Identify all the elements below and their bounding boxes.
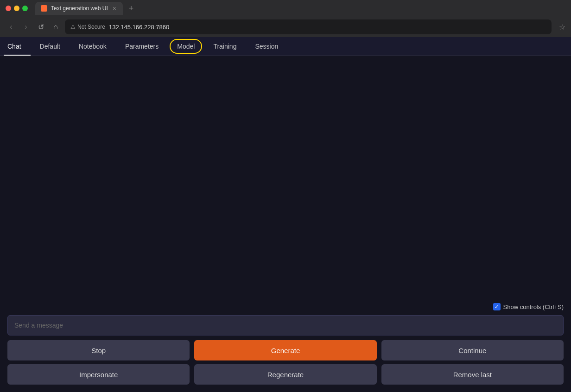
maximize-button[interactable]: [22, 6, 28, 11]
tab-title: Text generation web UI: [51, 5, 108, 12]
url-display: 132.145.166.228:7860: [109, 24, 169, 31]
tab-training[interactable]: Training: [204, 37, 246, 56]
tab-favicon: [41, 5, 47, 12]
browser-chrome: Text generation web UI × + ‹ › ↺ ⌂ ⚠ Not…: [0, 0, 571, 37]
main-content: ✓ Show controls (Ctrl+S) Stop Generate C…: [0, 56, 571, 392]
tab-default-label: Default: [40, 43, 60, 50]
tab-close-button[interactable]: ×: [112, 4, 117, 13]
address-bar-row: ‹ › ↺ ⌂ ⚠ Not Secure 132.145.166.228:786…: [0, 17, 571, 37]
bookmark-button[interactable]: ☆: [559, 23, 565, 32]
tab-session-label: Session: [255, 43, 278, 50]
warning-icon: ⚠: [70, 24, 76, 30]
svg-point-0: [42, 6, 46, 10]
tab-chat[interactable]: Chat: [4, 37, 31, 56]
show-controls-row: ✓ Show controls (Ctrl+S): [7, 303, 564, 310]
refresh-button[interactable]: ↺: [35, 21, 46, 32]
buttons-row-2: Impersonate Regenerate Remove last: [7, 364, 564, 385]
chat-area: [0, 56, 571, 297]
tab-default[interactable]: Default: [31, 37, 70, 56]
tab-model[interactable]: Model: [168, 37, 204, 56]
not-secure-label: Not Secure: [77, 24, 105, 30]
show-controls-checkbox[interactable]: ✓: [493, 303, 501, 310]
forward-button[interactable]: ›: [20, 21, 32, 32]
regenerate-button[interactable]: Regenerate: [194, 364, 376, 385]
buttons-row-1: Stop Generate Continue: [7, 340, 564, 360]
tab-notebook-label: Notebook: [79, 43, 107, 50]
bottom-controls: ✓ Show controls (Ctrl+S) Stop Generate C…: [0, 297, 571, 392]
tab-parameters-label: Parameters: [125, 43, 159, 50]
tab-model-label: Model: [177, 43, 195, 50]
home-button[interactable]: ⌂: [50, 21, 61, 32]
show-controls-label: Show controls (Ctrl+S): [503, 303, 564, 310]
minimize-button[interactable]: [14, 6, 19, 11]
security-indicator: ⚠ Not Secure: [70, 24, 105, 30]
show-controls-checkbox-wrapper[interactable]: ✓ Show controls (Ctrl+S): [493, 303, 564, 310]
tab-notebook[interactable]: Notebook: [70, 37, 116, 56]
close-button[interactable]: [6, 6, 11, 11]
traffic-lights: [6, 6, 28, 11]
back-button[interactable]: ‹: [6, 21, 17, 32]
tab-training-label: Training: [213, 43, 236, 50]
title-bar: Text generation web UI × +: [0, 0, 571, 17]
continue-button[interactable]: Continue: [381, 340, 564, 360]
tab-parameters[interactable]: Parameters: [116, 37, 168, 56]
app-nav: Chat Default Notebook Parameters Model T…: [0, 37, 571, 56]
message-input[interactable]: [7, 315, 564, 335]
new-tab-button[interactable]: +: [125, 2, 138, 15]
address-bar[interactable]: ⚠ Not Secure 132.145.166.228:7860: [65, 19, 552, 34]
impersonate-button[interactable]: Impersonate: [7, 364, 190, 385]
tab-bar: Text generation web UI × +: [32, 2, 565, 15]
generate-button[interactable]: Generate: [194, 340, 376, 360]
message-input-row: [7, 315, 564, 335]
remove-last-button[interactable]: Remove last: [381, 364, 564, 385]
browser-tab[interactable]: Text generation web UI ×: [35, 2, 123, 15]
tab-chat-label: Chat: [7, 43, 21, 50]
stop-button[interactable]: Stop: [7, 340, 190, 360]
tab-session[interactable]: Session: [246, 37, 287, 56]
